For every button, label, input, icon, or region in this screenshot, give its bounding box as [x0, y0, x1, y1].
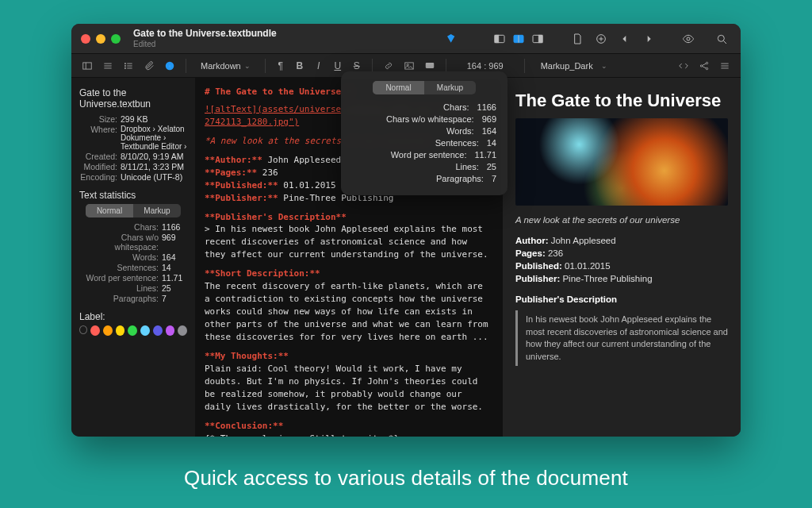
label-swatches [79, 325, 187, 336]
tag-icon[interactable] [442, 30, 462, 48]
svg-point-29 [706, 62, 707, 64]
paragraph-button[interactable]: ¶ [274, 60, 288, 71]
svg-rect-1 [495, 35, 499, 42]
window-subtitle: Edited [133, 40, 277, 48]
svg-point-17 [124, 63, 125, 64]
label-heading: Label: [79, 311, 187, 322]
code-icon[interactable] [676, 58, 691, 74]
popover-segmented-control[interactable]: Normal Markup [373, 81, 476, 94]
layout-split-button[interactable] [509, 30, 528, 48]
svg-line-11 [724, 40, 726, 43]
theme-selector[interactable]: Markup_Dark ⌄ [533, 61, 615, 71]
svg-point-10 [718, 35, 724, 41]
label-swatch[interactable] [153, 325, 163, 336]
strike-button[interactable]: S [350, 60, 364, 71]
stats-segmented-control[interactable]: Normal Markup [86, 204, 181, 217]
preview-pubdesc: In his newest book John Appleseed explai… [515, 310, 728, 366]
stats-heading: Text statistics [79, 190, 187, 201]
stats-popover: Normal Markup Chars:1166 Chars w/o white… [341, 71, 508, 195]
attachment-icon[interactable] [141, 58, 157, 74]
preview-pubdesc-heading: Publisher's Description [515, 293, 728, 306]
svg-point-28 [700, 64, 702, 66]
search-button[interactable] [712, 30, 731, 48]
label-swatch[interactable] [128, 325, 137, 336]
label-swatch[interactable] [116, 325, 125, 336]
divider [186, 59, 186, 73]
popover-seg-markup[interactable]: Markup [424, 81, 476, 94]
chevron-up-down-icon: ⌄ [244, 62, 251, 70]
label-swatch[interactable] [178, 325, 187, 336]
list-icon[interactable] [121, 58, 136, 74]
svg-point-9 [687, 37, 690, 40]
traffic-lights [81, 34, 121, 44]
close-window-button[interactable] [81, 34, 90, 44]
svg-point-18 [124, 65, 125, 66]
word-count[interactable]: 164 : 969 [454, 61, 516, 71]
theme-label: Markup_Dark [541, 61, 593, 71]
sidebar-toggle-icon[interactable] [79, 58, 95, 74]
syntax-selector[interactable]: Markdown ⌄ [194, 61, 257, 71]
popover-seg-normal[interactable]: Normal [373, 81, 424, 94]
svg-rect-27 [426, 62, 435, 67]
svg-line-32 [703, 66, 707, 67]
label-clear[interactable] [79, 325, 87, 334]
minimize-window-button[interactable] [96, 34, 105, 44]
info-icon[interactable]: i [162, 58, 178, 74]
outline-icon[interactable] [100, 58, 116, 74]
window-title: Gate to the Universe.textbundle [133, 29, 277, 39]
label-swatch[interactable] [166, 325, 175, 336]
syntax-label: Markdown [201, 61, 241, 71]
label-swatch[interactable] [140, 325, 150, 336]
share-icon[interactable] [696, 58, 712, 74]
svg-point-19 [124, 67, 125, 68]
inspector-filename: Gate to the Universe.textbun [79, 87, 187, 110]
inspector-panel: Gate to the Universe.textbun Size:299 KB… [71, 78, 195, 437]
titlebar: Gate to the Universe.textbundle Edited [71, 24, 741, 54]
svg-rect-12 [83, 62, 92, 68]
svg-line-31 [703, 64, 707, 65]
menu-icon[interactable] [717, 58, 733, 74]
italic-button[interactable]: I [312, 60, 326, 71]
underline-button[interactable]: U [331, 60, 345, 71]
document-menu-button[interactable] [568, 30, 587, 48]
svg-point-30 [706, 67, 707, 69]
label-swatch[interactable] [90, 325, 100, 336]
bold-button[interactable]: B [293, 60, 307, 71]
back-button[interactable] [615, 30, 634, 48]
seg-markup[interactable]: Markup [133, 204, 181, 217]
seg-normal[interactable]: Normal [86, 204, 133, 217]
preview-heading: The Gate to the Universe [515, 89, 728, 114]
svg-rect-5 [538, 35, 542, 42]
layout-left-button[interactable] [490, 30, 509, 48]
visibility-menu-button[interactable] [679, 30, 698, 48]
layout-right-button[interactable] [528, 30, 547, 48]
marketing-caption: Quick access to various details of the d… [0, 466, 812, 491]
add-button[interactable] [592, 30, 611, 48]
preview-image [515, 118, 728, 206]
forward-button[interactable] [639, 30, 658, 48]
zoom-window-button[interactable] [111, 34, 121, 44]
chevron-up-down-icon: ⌄ [601, 62, 607, 70]
label-swatch[interactable] [103, 325, 113, 336]
preview-pane: The Gate to the Universe A new look at t… [503, 78, 741, 437]
preview-tagline: A new look at the secrets of our univers… [515, 214, 728, 226]
